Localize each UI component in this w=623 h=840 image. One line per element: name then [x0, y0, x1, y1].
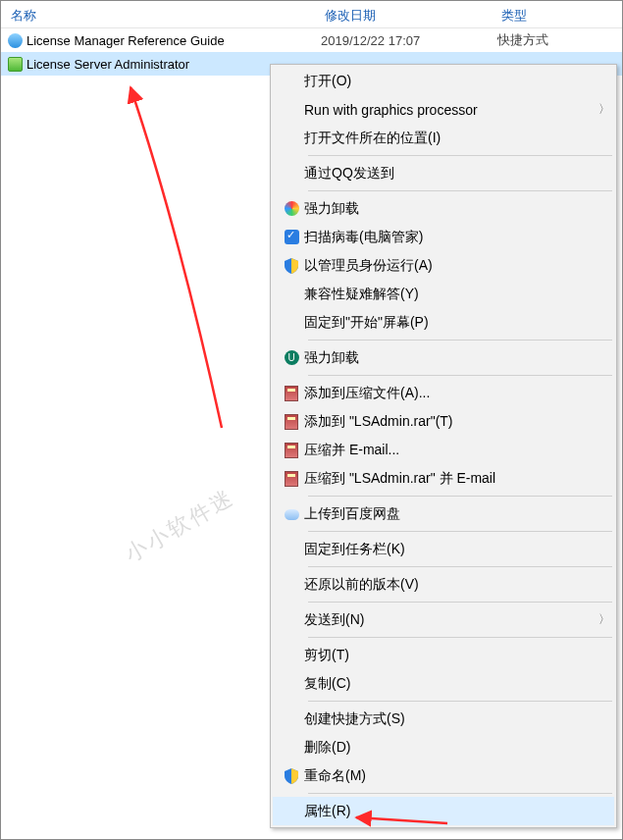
file-date: 2019/12/22 17:07 — [315, 33, 492, 48]
header-type[interactable]: 类型 — [492, 7, 622, 27]
360-icon — [279, 198, 304, 220]
menu-delete[interactable]: 删除(D) — [273, 733, 614, 761]
menu-separator — [308, 155, 612, 156]
menu-baidu-upload[interactable]: 上传到百度网盘 — [273, 499, 614, 528]
blank-icon — [279, 645, 304, 666]
menu-qq-send[interactable]: 通过QQ发送到 — [273, 159, 614, 187]
blank-icon — [279, 128, 304, 149]
menu-scan-virus[interactable]: 扫描病毒(电脑管家) — [273, 223, 614, 251]
menu-separator — [308, 566, 612, 567]
tencent-icon — [279, 227, 304, 248]
menu-separator — [308, 602, 612, 603]
menu-separator — [308, 701, 612, 702]
blank-icon — [279, 99, 304, 121]
menu-360-uninstall[interactable]: 强力卸载 — [273, 194, 614, 223]
rar-icon — [279, 383, 304, 404]
menu-pin-start[interactable]: 固定到"开始"屏幕(P) — [273, 308, 614, 337]
blank-icon — [279, 609, 304, 631]
menu-run-graphics[interactable]: Run with graphics processor 〉 — [273, 95, 614, 124]
menu-separator — [308, 793, 612, 794]
chevron-right-icon: 〉 — [595, 101, 614, 118]
menu-separator — [308, 637, 612, 638]
menu-separator — [308, 190, 612, 191]
menu-separator — [308, 375, 612, 376]
menu-run-admin[interactable]: 以管理员身份运行(A) — [273, 251, 614, 280]
menu-send-to[interactable]: 发送到(N) 〉 — [273, 605, 614, 634]
chevron-right-icon: 〉 — [595, 611, 614, 628]
blank-icon — [279, 539, 304, 560]
shield-icon — [279, 255, 304, 277]
menu-rename[interactable]: 重命名(M) — [273, 761, 614, 790]
menu-iobit-uninstall[interactable]: U 强力卸载 — [273, 343, 614, 372]
file-type: 快捷方式 — [492, 31, 548, 49]
blank-icon — [279, 801, 304, 822]
app-file-icon — [7, 56, 23, 72]
blank-icon — [279, 163, 304, 184]
header-name[interactable]: 名称 — [1, 7, 315, 27]
blank-icon — [279, 737, 304, 759]
shield-icon — [279, 765, 304, 787]
help-file-icon — [7, 32, 23, 48]
menu-separator — [308, 340, 612, 341]
blank-icon — [279, 71, 304, 92]
menu-restore-previous[interactable]: 还原以前的版本(V) — [273, 570, 614, 599]
rar-icon — [279, 440, 304, 461]
rar-icon — [279, 468, 304, 490]
menu-cut[interactable]: 剪切(T) — [273, 641, 614, 669]
cloud-icon — [279, 503, 304, 525]
rar-icon — [279, 411, 304, 433]
blank-icon — [279, 312, 304, 334]
file-name: License Manager Reference Guide — [26, 33, 225, 48]
menu-separator — [308, 496, 612, 497]
blank-icon — [279, 673, 304, 695]
blank-icon — [279, 709, 304, 730]
menu-add-lsadmin[interactable]: 添加到 "LSAdmin.rar"(T) — [273, 407, 614, 436]
menu-create-shortcut[interactable]: 创建快捷方式(S) — [273, 705, 614, 733]
column-headers: 名称 修改日期 类型 — [1, 1, 622, 28]
list-item[interactable]: License Manager Reference Guide 2019/12/… — [1, 28, 622, 52]
iobit-icon: U — [279, 347, 304, 369]
menu-open-location[interactable]: 打开文件所在的位置(I) — [273, 124, 614, 152]
menu-properties[interactable]: 属性(R) — [273, 797, 614, 825]
menu-zip-email[interactable]: 压缩并 E-mail... — [273, 436, 614, 464]
menu-zip-ls-email[interactable]: 压缩到 "LSAdmin.rar" 并 E-mail — [273, 464, 614, 493]
menu-open[interactable]: 打开(O) — [273, 67, 614, 95]
menu-copy[interactable]: 复制(C) — [273, 669, 614, 698]
menu-separator — [308, 531, 612, 532]
menu-pin-taskbar[interactable]: 固定到任务栏(K) — [273, 535, 614, 563]
header-date[interactable]: 修改日期 — [315, 7, 492, 27]
context-menu: 打开(O) Run with graphics processor 〉 打开文件… — [270, 64, 617, 828]
menu-compat-trouble[interactable]: 兼容性疑难解答(Y) — [273, 280, 614, 308]
file-name: License Server Administrator — [26, 57, 189, 72]
menu-add-archive[interactable]: 添加到压缩文件(A)... — [273, 379, 614, 407]
blank-icon — [279, 574, 304, 596]
watermark-text: 小小软件迷 — [120, 483, 240, 569]
blank-icon — [279, 284, 304, 305]
